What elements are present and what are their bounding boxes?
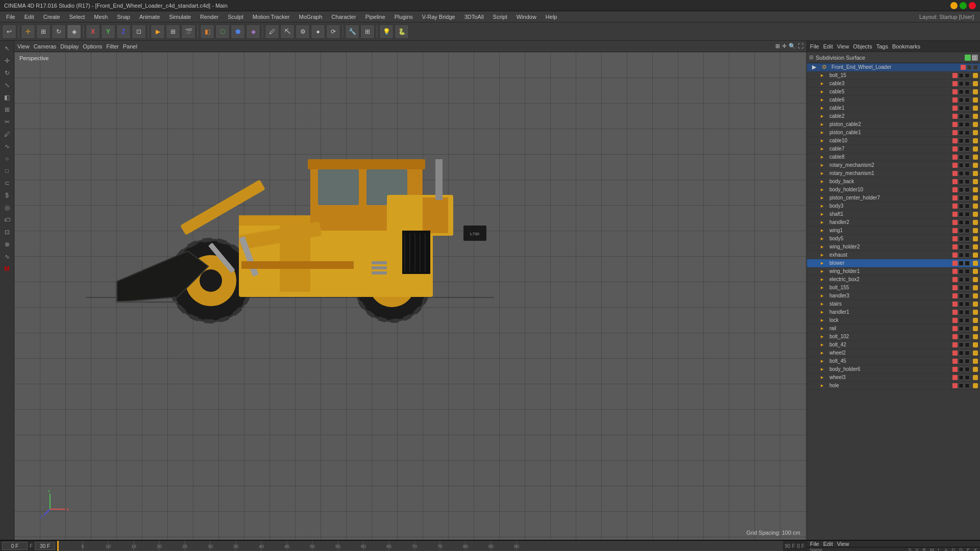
- obj-row-body_back[interactable]: ▸body_back: [807, 178, 980, 186]
- tool-knife[interactable]: ✂: [2, 116, 13, 128]
- obj-row-cable10[interactable]: ▸cable10: [807, 137, 980, 145]
- obj-row-body_holder10[interactable]: ▸body_holder10: [807, 186, 980, 194]
- obj-row-cable3[interactable]: ▸cable3: [807, 80, 980, 88]
- tool-sphere[interactable]: ○: [2, 153, 13, 164]
- tool-rotate[interactable]: ↻: [2, 67, 13, 79]
- obj-row-body3[interactable]: ▸body3: [807, 202, 980, 210]
- scale-tool-button[interactable]: ⊞: [36, 24, 51, 39]
- menu-file[interactable]: File: [2, 13, 19, 21]
- obj-row-cable2[interactable]: ▸cable2: [807, 112, 980, 120]
- menu-animate[interactable]: Animate: [135, 13, 164, 21]
- world-coord-btn[interactable]: ⊡: [132, 24, 146, 39]
- undo-button[interactable]: ↩: [2, 24, 16, 39]
- rotate-tool-button[interactable]: ↻: [52, 24, 66, 39]
- obj-row-wing_holder1[interactable]: ▸wing_holder1: [807, 267, 980, 276]
- obj-menu-file[interactable]: File: [810, 43, 819, 49]
- timeline-ruler[interactable]: 5 10 15 20 25 30 35 40 45: [57, 541, 782, 551]
- tool-bp[interactable]: ⊡: [2, 227, 13, 238]
- menu-help[interactable]: Help: [542, 13, 561, 21]
- menu-vray[interactable]: V-Ray Bridge: [418, 13, 459, 21]
- obj-row-shaft1[interactable]: ▸shaft1: [807, 210, 980, 218]
- obj-row-wheel2[interactable]: ▸wheel2: [807, 349, 980, 357]
- obj-row-bolt_42[interactable]: ▸bolt_42: [807, 341, 980, 349]
- tool-material[interactable]: $: [2, 190, 13, 201]
- viewport-canvas[interactable]: Perspective: [14, 52, 806, 540]
- tool-maxon[interactable]: M: [2, 263, 13, 274]
- python-btn[interactable]: 🐍: [395, 24, 409, 39]
- obj-menu-tags[interactable]: Tags: [876, 43, 888, 49]
- menu-script[interactable]: Script: [489, 13, 511, 21]
- mode-model[interactable]: ◈: [67, 24, 81, 39]
- light-btn[interactable]: 💡: [379, 24, 394, 39]
- close-button[interactable]: [969, 2, 976, 9]
- obj-row-cable5[interactable]: ▸cable5: [807, 88, 980, 96]
- render-region-btn[interactable]: ⊞: [166, 24, 180, 39]
- vp-expand-icon[interactable]: ⊞: [775, 43, 780, 49]
- motion-btn[interactable]: ⟳: [326, 24, 340, 39]
- vp-move-icon[interactable]: ✛: [782, 43, 787, 49]
- render-to-picture-viewer[interactable]: 🎬: [181, 24, 195, 39]
- menu-snap[interactable]: Snap: [113, 13, 134, 21]
- obj-row-rail[interactable]: ▸rail: [807, 324, 980, 333]
- obj-tree[interactable]: ▸bolt_15▸cable3▸cable5▸cable6▸cable1▸cab…: [807, 71, 980, 540]
- obj-row-handler3[interactable]: ▸handler3: [807, 292, 980, 300]
- tool-polygon[interactable]: ◧: [2, 92, 13, 103]
- z-axis-btn[interactable]: Z: [116, 24, 131, 39]
- obj-row-cable1[interactable]: ▸cable1: [807, 104, 980, 112]
- menu-mesh[interactable]: Mesh: [90, 13, 112, 21]
- menu-render[interactable]: Render: [196, 13, 223, 21]
- attr-menu-edit[interactable]: Edit: [823, 541, 833, 547]
- brush-btn[interactable]: ⚙: [296, 24, 310, 39]
- vp-menu-filter[interactable]: Filter: [106, 43, 118, 49]
- tool-deform[interactable]: ⊂: [2, 178, 13, 189]
- obj-row-wing1[interactable]: ▸wing1: [807, 227, 980, 235]
- edge-btn[interactable]: ⬡: [215, 24, 230, 39]
- polygon-btn[interactable]: ◧: [200, 24, 214, 39]
- menu-simulate[interactable]: Simulate: [165, 13, 195, 21]
- attr-menu-view[interactable]: View: [837, 541, 849, 547]
- vp-menu-display[interactable]: Display: [60, 43, 79, 49]
- obj-row-wheel3[interactable]: ▸wheel3: [807, 373, 980, 382]
- vp-menu-panel[interactable]: Panel: [123, 43, 137, 49]
- tool-spline[interactable]: ∿: [2, 141, 13, 152]
- menu-edit[interactable]: Edit: [20, 13, 38, 21]
- x-axis-btn[interactable]: X: [86, 24, 100, 39]
- tool-scale[interactable]: ⤡: [2, 80, 13, 91]
- obj-row-hole[interactable]: ▸hole: [807, 382, 980, 390]
- y-axis-btn[interactable]: Y: [101, 24, 115, 39]
- grid-btn[interactable]: ⊞: [360, 24, 375, 39]
- obj-row-bolt_102[interactable]: ▸bolt_102: [807, 333, 980, 341]
- vp-menu-view[interactable]: View: [17, 43, 30, 49]
- snap-btn[interactable]: 🔧: [345, 24, 359, 39]
- vp-menu-cameras[interactable]: Cameras: [34, 43, 57, 49]
- obj-row-rotary_mechanism2[interactable]: ▸rotary_mechanism2: [807, 161, 980, 169]
- obj-row-cable6[interactable]: ▸cable6: [807, 96, 980, 104]
- paint-btn[interactable]: 🖊: [265, 24, 279, 39]
- menu-window[interactable]: Window: [512, 13, 541, 21]
- fps-display[interactable]: 30 F: [35, 542, 55, 550]
- obj-row-handler1[interactable]: ▸handler1: [807, 308, 980, 316]
- menu-mograph[interactable]: MoGraph: [295, 13, 326, 21]
- obj-row-bolt_155[interactable]: ▸bolt_155: [807, 284, 980, 292]
- obj-row-stairs[interactable]: ▸stairs: [807, 300, 980, 308]
- obj-row-piston_cable2[interactable]: ▸piston_cable2: [807, 120, 980, 129]
- tool-extrude[interactable]: ⊞: [2, 104, 13, 115]
- menu-plugins[interactable]: Plugins: [390, 13, 417, 21]
- tool-xref[interactable]: ⊗: [2, 239, 13, 250]
- menu-3dtoall[interactable]: 3DToAll: [460, 13, 488, 21]
- vp-zoom-icon[interactable]: 🔍: [789, 43, 796, 49]
- obj-menu-edit[interactable]: Edit: [823, 43, 833, 49]
- vp-menu-options[interactable]: Options: [83, 43, 102, 49]
- frame-current[interactable]: 0 F: [2, 542, 28, 550]
- menu-sculpt[interactable]: Sculpt: [224, 13, 248, 21]
- obj-row-bolt_15[interactable]: ▸bolt_15: [807, 71, 980, 80]
- obj-row-piston_cable1[interactable]: ▸piston_cable1: [807, 129, 980, 137]
- menu-pipeline[interactable]: Pipeline: [361, 13, 389, 21]
- menu-character[interactable]: Character: [327, 13, 360, 21]
- tool-morph[interactable]: ∿: [2, 251, 13, 262]
- sculpt-btn[interactable]: ⛏: [280, 24, 295, 39]
- point-btn[interactable]: ⬟: [231, 24, 245, 39]
- dot-render[interactable]: [973, 65, 978, 70]
- obj-menu-bookmarks[interactable]: Bookmarks: [892, 43, 920, 49]
- obj-row-exhaust[interactable]: ▸exhaust: [807, 251, 980, 259]
